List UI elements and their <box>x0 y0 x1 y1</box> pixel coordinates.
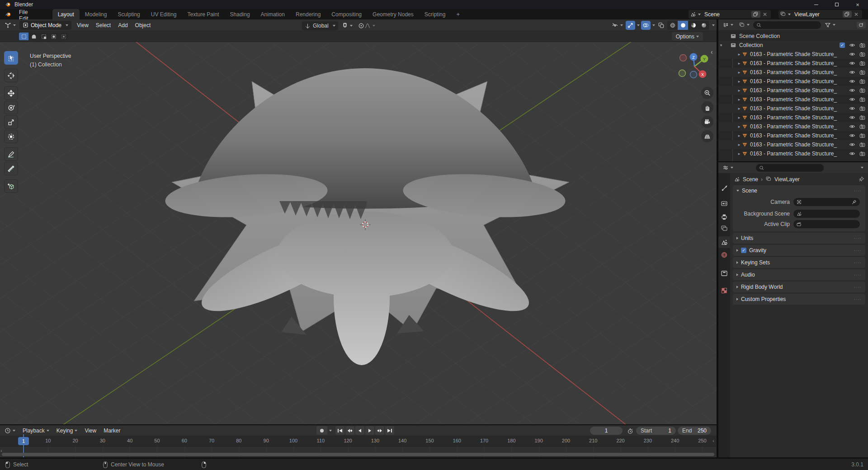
select-mode-set[interactable] <box>19 33 28 40</box>
next-keyframe-button[interactable] <box>375 426 384 435</box>
menu-file[interactable]: File <box>15 9 42 15</box>
expand-icon[interactable]: ▸ <box>736 52 742 56</box>
viewlayer-name[interactable]: ViewLayer <box>791 11 823 18</box>
panel-grip[interactable]: ···· <box>854 188 862 193</box>
panel-grip[interactable]: ···· <box>854 248 862 253</box>
panel-header-gravity[interactable]: ✓Gravity···· <box>733 245 865 256</box>
expand-icon[interactable]: ▸ <box>736 97 742 102</box>
disable-render-icon[interactable] <box>859 42 865 48</box>
disable-render-icon[interactable] <box>859 133 865 138</box>
outliner-row-object[interactable]: ▸0163 - Parametric Shade Structure_ <box>718 104 868 113</box>
background-scene-field[interactable] <box>793 210 860 218</box>
hide-viewport-icon[interactable] <box>849 115 855 120</box>
gravity-checkbox[interactable]: ✓ <box>741 248 746 253</box>
blender-menu-button[interactable] <box>0 9 15 19</box>
panel-header-custom-properties[interactable]: Custom Properties···· <box>733 294 865 305</box>
frame-end-field[interactable]: End 250 <box>678 427 711 435</box>
parametric-shade-structure-object[interactable] <box>164 68 569 365</box>
viewport-3d[interactable]: Object Mode ViewSelectAddObject Global <box>0 19 717 424</box>
shading-rendered-button[interactable] <box>698 21 709 30</box>
current-frame-field[interactable]: 1 <box>590 427 623 435</box>
options-dropdown[interactable]: Options <box>672 32 703 41</box>
disable-render-icon[interactable] <box>859 52 865 57</box>
outliner-row-object[interactable]: ▸0163 - Parametric Shade Structure_ <box>718 50 868 59</box>
tool-add-cube-button[interactable] <box>4 179 18 193</box>
timeline-collapse-arrow[interactable]: › <box>0 448 2 453</box>
add-workspace-button[interactable]: + <box>451 9 465 19</box>
shading-solid-button[interactable] <box>678 21 688 30</box>
scene-panel-header[interactable]: Scene ···· <box>733 185 865 196</box>
hide-viewport-icon[interactable] <box>849 106 855 111</box>
panel-grip[interactable]: ···· <box>854 260 862 265</box>
disable-render-icon[interactable] <box>859 115 865 120</box>
eyedropper-icon[interactable] <box>851 199 857 205</box>
outliner-row-object[interactable]: ▸0163 - Parametric Shade Structure_ <box>718 77 868 86</box>
expand-icon[interactable]: ▸ <box>736 133 742 138</box>
expand-icon[interactable]: ▸ <box>736 61 742 66</box>
expand-icon[interactable]: ▸ <box>736 70 742 75</box>
hide-viewport-icon[interactable] <box>849 142 855 147</box>
pin-icon[interactable] <box>859 176 864 182</box>
tool-rotate-button[interactable] <box>4 101 18 114</box>
viewport-menu-select[interactable]: Select <box>92 22 114 28</box>
mode-dropdown[interactable]: Object Mode <box>19 21 71 30</box>
disable-render-icon[interactable] <box>859 79 865 84</box>
disable-render-icon[interactable] <box>859 61 865 66</box>
expand-icon[interactable]: ▸ <box>736 151 742 156</box>
select-mode-subtract[interactable] <box>39 33 48 40</box>
timeline-ruler[interactable]: 1020304050607080901001101201301401501601… <box>0 436 717 446</box>
use-preview-range-toggle[interactable] <box>625 426 635 436</box>
outliner-row-object[interactable]: ▸0163 - Parametric Shade Structure_ <box>718 113 868 122</box>
scene-name[interactable]: Scene <box>701 11 728 18</box>
expand-icon[interactable]: ▸ <box>736 124 742 129</box>
hide-viewport-icon[interactable] <box>849 70 855 75</box>
maximize-button[interactable] <box>826 0 847 9</box>
select-mode-extend[interactable] <box>29 33 38 40</box>
tab-texture-paint[interactable]: Texture Paint <box>182 9 225 19</box>
hide-viewport-icon[interactable] <box>849 151 855 156</box>
viewport-menu-view[interactable]: View <box>73 22 92 28</box>
remove-viewlayer-button[interactable]: ✕ <box>852 11 861 18</box>
panel-grip[interactable]: ···· <box>854 285 862 290</box>
tool-move-button[interactable] <box>4 86 18 100</box>
expand-icon[interactable]: ▸ <box>736 106 742 111</box>
editor-type-button[interactable] <box>3 426 17 436</box>
tab-shading[interactable]: Shading <box>225 9 255 19</box>
timeline-menu-playback[interactable]: Playback <box>19 428 53 434</box>
tool-select-box-button[interactable] <box>4 51 18 65</box>
axis-neg-y-handle[interactable] <box>679 70 686 77</box>
properties-tab-collection[interactable] <box>718 268 730 279</box>
tool-transform-button[interactable] <box>4 130 18 143</box>
panel-grip[interactable]: ···· <box>854 236 862 241</box>
snap-toggle[interactable] <box>340 21 354 31</box>
properties-tab-world[interactable] <box>718 249 730 261</box>
close-button[interactable]: × <box>847 0 868 9</box>
tab-rendering[interactable]: Rendering <box>290 9 326 19</box>
hide-viewport-icon[interactable] <box>849 61 855 66</box>
properties-tab-texture[interactable] <box>718 285 730 296</box>
shading-wireframe-button[interactable] <box>667 21 678 30</box>
transform-orientation-dropdown[interactable]: Global <box>302 21 338 30</box>
panel-header-rigid-body-world[interactable]: Rigid Body World···· <box>733 282 865 292</box>
axis-neg-x-handle[interactable] <box>680 55 687 61</box>
properties-tab-render[interactable] <box>718 197 730 209</box>
properties-options-button[interactable] <box>857 164 866 171</box>
timeline-menu-keying[interactable]: Keying <box>53 428 81 434</box>
outliner-row-scene-collection[interactable]: Scene Collection <box>718 32 868 41</box>
tab-geometry-nodes[interactable]: Geometry Nodes <box>367 9 419 19</box>
panel-header-units[interactable]: Units···· <box>733 233 865 244</box>
hide-viewport-icon[interactable] <box>849 133 855 138</box>
editor-type-button[interactable] <box>721 163 735 173</box>
hide-viewport-icon[interactable] <box>849 42 855 48</box>
scene-selector[interactable]: Scene ✕ <box>689 10 771 19</box>
tool-cursor-button[interactable] <box>4 69 18 82</box>
filter-button[interactable] <box>823 20 837 30</box>
hide-viewport-icon[interactable] <box>849 124 855 129</box>
tab-animation[interactable]: Animation <box>255 9 290 19</box>
camera-field[interactable] <box>793 198 860 206</box>
camera-view-button[interactable] <box>701 116 713 128</box>
outliner-row-object[interactable]: ▸0163 - Parametric Shade Structure_ <box>718 59 868 68</box>
breadcrumb-viewlayer[interactable]: ViewLayer <box>774 176 800 183</box>
editor-type-button[interactable] <box>3 20 18 30</box>
record-button[interactable] <box>316 426 327 435</box>
